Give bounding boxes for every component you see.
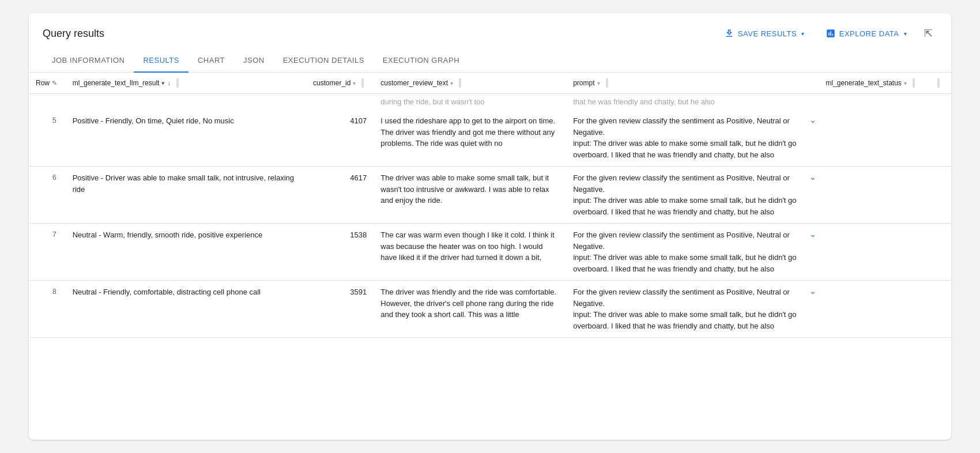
status-filter-icon[interactable]: ▾ [904, 80, 907, 86]
results-table-container[interactable]: Row ✎ ml_generate_text_llm_result ▾ ↓ [29, 73, 951, 338]
save-icon [724, 28, 734, 39]
explore-data-button[interactable]: EXPLORE DATA ▾ [817, 24, 915, 43]
extra1-col-resize[interactable] [937, 78, 940, 88]
col-header-review: customer_review_text ▾ [374, 73, 566, 94]
tab-execution-details[interactable]: EXECUTION DETAILS [274, 49, 374, 73]
cell-extra [927, 281, 951, 338]
cell-review-text: I used the rideshare app to get to the a… [374, 110, 566, 167]
explore-chevron-icon: ▾ [904, 31, 907, 37]
result-sort-asc-icon[interactable]: ↓ [167, 80, 171, 86]
cell-prompt: For the given review classify the sentim… [566, 281, 819, 338]
status-col-resize[interactable] [913, 78, 915, 88]
prompt-expand-button[interactable]: ⌄ [809, 115, 816, 124]
prompt-col-resize[interactable] [606, 78, 608, 88]
table-row: 5Positive - Friendly, On time, Quiet rid… [29, 110, 951, 167]
save-chevron-icon: ▾ [801, 31, 805, 37]
cell-row-num: 5 [29, 110, 66, 167]
table-faded-row: during the ride, but it wasn't too that … [29, 94, 951, 110]
col-header-status: ml_generate_text_status ▾ [819, 73, 927, 94]
cell-result: Positive - Friendly, On time, Quiet ride… [66, 110, 306, 167]
cell-prompt: For the given review classify the sentim… [566, 110, 819, 167]
cell-review-text: The driver was friendly and the ride was… [374, 281, 566, 338]
result-sort-icon[interactable]: ▾ [161, 80, 165, 87]
header-actions: SAVE RESULTS ▾ EXPLORE DATA ▾ ⇱ [716, 22, 937, 44]
cell-extra [927, 167, 951, 224]
prompt-expand-button[interactable]: ⌄ [809, 172, 816, 182]
cell-prompt: For the given review classify the sentim… [566, 224, 819, 281]
col-header-customer-id: customer_id ▾ [306, 73, 374, 94]
cell-status [819, 224, 927, 281]
review-filter-icon[interactable]: ▾ [450, 80, 453, 86]
explore-icon [826, 28, 836, 39]
cell-customer-id: 3591 [306, 281, 374, 338]
faded-prompt-text: that he was friendly and chatty, but he … [566, 94, 819, 110]
cell-extra [927, 110, 951, 167]
cell-status [819, 281, 927, 338]
cell-customer-id: 4617 [306, 167, 374, 224]
cell-status [819, 110, 927, 167]
tabs-bar: JOB INFORMATION RESULTS CHART JSON EXECU… [29, 49, 951, 73]
table-header-row: Row ✎ ml_generate_text_llm_result ▾ ↓ [29, 73, 951, 94]
cell-row-num: 6 [29, 167, 66, 224]
customer-id-filter-icon[interactable]: ▾ [353, 80, 356, 86]
cell-status [819, 167, 927, 224]
cell-review-text: The car was warm even though I like it c… [374, 224, 566, 281]
cell-result: Positive - Driver was able to make small… [66, 167, 306, 224]
cell-result: Neutral - Friendly, comfortable, distrac… [66, 281, 306, 338]
cell-prompt: For the given review classify the sentim… [566, 167, 819, 224]
expand-button[interactable]: ⇱ [919, 22, 937, 44]
tab-job-information[interactable]: JOB INFORMATION [43, 49, 134, 73]
card-header: Query results SAVE RESULTS ▾ EXPLORE DAT… [29, 13, 951, 44]
page-title: Query results [43, 28, 104, 40]
table-row: 7Neutral - Warm, friendly, smooth ride, … [29, 224, 951, 281]
cell-review-text: The driver was able to make some small t… [374, 167, 566, 224]
cell-customer-id: 4107 [306, 110, 374, 167]
table-row: 8Neutral - Friendly, comfortable, distra… [29, 281, 951, 338]
tab-chart[interactable]: CHART [189, 49, 234, 73]
prompt-expand-button[interactable]: ⌄ [809, 286, 816, 296]
faded-review-text: during the ride, but it wasn't too [374, 94, 566, 110]
row-edit-icon[interactable]: ✎ [52, 80, 57, 87]
cell-customer-id: 1538 [306, 224, 374, 281]
cell-row-num: 8 [29, 281, 66, 338]
customer-id-col-resize[interactable] [361, 78, 364, 88]
col-header-prompt: prompt ▾ [566, 73, 819, 94]
col-header-row: Row ✎ [29, 73, 66, 94]
results-table: Row ✎ ml_generate_text_llm_result ▾ ↓ [29, 73, 951, 338]
save-results-button[interactable]: SAVE RESULTS ▾ [716, 24, 813, 43]
table-row: 6Positive - Driver was able to make smal… [29, 167, 951, 224]
review-col-resize[interactable] [459, 78, 461, 88]
col-header-result: ml_generate_text_llm_result ▾ ↓ [66, 73, 306, 94]
prompt-filter-icon[interactable]: ▾ [597, 80, 600, 86]
cell-extra [927, 224, 951, 281]
tab-json[interactable]: JSON [234, 49, 274, 73]
cell-result: Neutral - Warm, friendly, smooth ride, p… [66, 224, 306, 281]
cell-row-num: 7 [29, 224, 66, 281]
col-header-extra1 [927, 73, 951, 94]
result-col-resize[interactable] [176, 78, 179, 88]
prompt-expand-button[interactable]: ⌄ [809, 229, 816, 239]
tab-results[interactable]: RESULTS [134, 49, 189, 73]
query-results-card: Query results SAVE RESULTS ▾ EXPLORE DAT… [29, 13, 951, 440]
tab-execution-graph[interactable]: EXECUTION GRAPH [374, 49, 469, 73]
table-body: 5Positive - Friendly, On time, Quiet rid… [29, 110, 951, 338]
